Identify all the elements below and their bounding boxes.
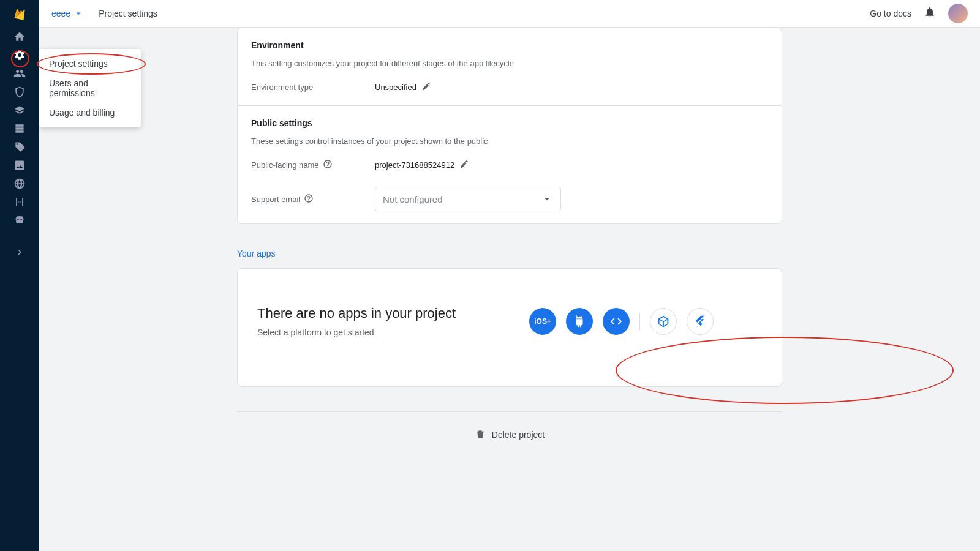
public-name-label-text: Public-facing name (251, 160, 319, 170)
image-icon[interactable] (0, 156, 39, 174)
support-email-label-text: Support email (251, 195, 300, 204)
public-name-row: Public-facing name project-731688524912 (251, 159, 768, 171)
shield-icon[interactable] (0, 83, 39, 101)
menu-item-project-settings[interactable]: Project settings (39, 54, 141, 73)
edit-icon[interactable] (459, 159, 469, 171)
storage-icon[interactable] (0, 119, 39, 138)
firebase-logo[interactable] (0, 0, 39, 28)
project-name: eeee (51, 9, 70, 18)
platform-web-button[interactable] (603, 308, 630, 335)
delete-project-button[interactable]: Delete project (237, 412, 782, 457)
public-section: Public settings These settings control i… (238, 106, 782, 223)
platform-row: iOS+ (529, 308, 714, 335)
delete-project-label: Delete project (492, 430, 545, 440)
platform-flutter-button[interactable] (687, 308, 714, 335)
project-selector[interactable]: eeee (51, 8, 84, 19)
environment-title: Environment (251, 40, 768, 50)
avatar[interactable] (948, 4, 968, 23)
platform-divider (639, 313, 640, 330)
flutter-icon (693, 315, 707, 328)
menu-item-usage-billing[interactable]: Usage and billing (39, 103, 141, 122)
support-email-value: Not configured (383, 194, 443, 204)
public-desc: These settings control instances of your… (251, 137, 768, 146)
robot-icon[interactable] (0, 211, 39, 230)
unity-icon (657, 315, 670, 328)
notifications-icon[interactable] (924, 6, 936, 21)
go-to-docs-link[interactable]: Go to docs (870, 9, 911, 18)
menu-item-users-permissions[interactable]: Users and permissions (39, 73, 141, 103)
apps-empty-title: There are no apps in your project (257, 305, 456, 321)
environment-type-text: Unspecified (375, 83, 417, 92)
globe-icon[interactable] (0, 174, 39, 193)
support-email-select[interactable]: Not configured (375, 187, 561, 211)
apps-empty-text: There are no apps in your project Select… (257, 305, 456, 337)
trash-icon (475, 429, 486, 440)
ios-icon: iOS+ (534, 317, 551, 326)
help-icon[interactable] (304, 193, 314, 205)
content-column: Environment This setting customizes your… (237, 28, 782, 494)
users-icon[interactable] (0, 64, 39, 83)
public-name-text: project-731688524912 (375, 160, 454, 170)
layers-icon[interactable] (0, 101, 39, 119)
top-header: eeee Project settings Go to docs (39, 0, 980, 28)
android-icon (573, 315, 586, 328)
your-apps-label: Your apps (237, 249, 782, 258)
environment-type-value: Unspecified (375, 81, 431, 93)
apps-card: There are no apps in your project Select… (237, 268, 782, 387)
settings-card: Environment This setting customizes your… (237, 28, 782, 224)
dropdown-icon (73, 8, 84, 19)
apps-empty-sub: Select a platform to get started (257, 328, 456, 337)
platform-unity-button[interactable] (650, 308, 677, 335)
gear-icon[interactable] (0, 46, 39, 64)
edit-icon[interactable] (421, 81, 431, 93)
main-content: Environment This setting customizes your… (39, 28, 980, 551)
environment-section: Environment This setting customizes your… (238, 28, 782, 105)
settings-menu: Project settings Users and permissions U… (39, 49, 141, 127)
home-icon[interactable] (0, 28, 39, 46)
platform-ios-button[interactable]: iOS+ (529, 308, 556, 335)
platform-android-button[interactable] (566, 308, 593, 335)
environment-type-row: Environment type Unspecified (251, 81, 768, 93)
public-name-value: project-731688524912 (375, 159, 469, 171)
support-email-row: Support email Not configured (251, 187, 768, 211)
sidebar (0, 0, 39, 551)
public-title: Public settings (251, 118, 768, 128)
tag-icon[interactable] (0, 138, 39, 156)
web-icon (609, 315, 623, 328)
public-name-label: Public-facing name (251, 159, 375, 171)
dropdown-icon (541, 193, 553, 205)
environment-type-label: Environment type (251, 83, 375, 92)
header-right: Go to docs (870, 4, 968, 23)
brackets-icon[interactable] (0, 193, 39, 211)
support-email-label: Support email (251, 193, 375, 205)
expand-sidebar-icon[interactable] (0, 243, 39, 261)
environment-desc: This setting customizes your project for… (251, 59, 768, 68)
help-icon[interactable] (323, 159, 333, 171)
breadcrumb: Project settings (99, 9, 157, 18)
